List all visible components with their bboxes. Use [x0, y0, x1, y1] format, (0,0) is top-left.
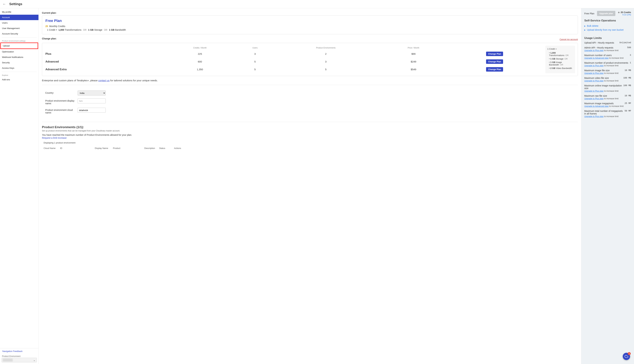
rp-credits-count: 25 Credits [621, 11, 631, 14]
plans-header: Price / Month [380, 46, 447, 50]
usage-limit-label: Maximum raw file size [584, 94, 624, 97]
sidebar-item-users[interactable]: Users [0, 20, 39, 26]
plan-cell-credits: 600 [162, 58, 238, 66]
enterprise-post: for tailored solutions for your unique n… [110, 79, 158, 82]
sidebar-item-upload[interactable]: Upload [0, 42, 38, 49]
cloud-name-input[interactable] [78, 108, 106, 113]
plan-row: Advanced60053$249Change Plan [45, 58, 542, 66]
pe-col-header: Display Name [95, 147, 113, 150]
sidebar-item-my-profile[interactable]: My profile [0, 9, 39, 15]
upgrade-link[interactable]: Upgrade to Plus plan [584, 49, 604, 52]
product-environments-subtitle: Set up product environments that can be … [42, 130, 578, 132]
or-separator: OR [83, 28, 87, 31]
chat-fab[interactable]: 1 [623, 353, 630, 360]
cancel-account-link[interactable]: Cancel my account [559, 38, 578, 40]
upgrade-link[interactable]: Upgrade to Advanced plan [584, 105, 608, 107]
credit-equivalence-box: 1 Credit = • 1,000 TransformationsOR• 1 … [545, 46, 575, 73]
plan-credits-text: Monthly Credits [49, 25, 65, 28]
plan-cell-name: Advanced Extra [45, 66, 162, 73]
pe-col-header: Product [113, 147, 144, 150]
display-name-input[interactable] [78, 98, 106, 104]
change-plan-button[interactable]: Change Plan [486, 52, 503, 56]
usage-limit-label: Maximum number of users [584, 54, 630, 56]
plan-row: Plus22532$99Change Plan [45, 50, 542, 58]
pe-col-header: Description [144, 147, 159, 150]
usage-limit-value: 100 MB [623, 84, 631, 87]
sidebar-item-account-security[interactable]: Account Security [0, 31, 39, 36]
sidebar-item-access-keys[interactable]: Access Keys [0, 65, 39, 71]
usage-limit-value: 10 MB [624, 69, 631, 72]
usage-limit-value: 3 [630, 54, 631, 56]
usage-limit-item: Maximum total number of megapixels in al… [584, 110, 631, 118]
change-plan-label: Change plan: [42, 37, 57, 40]
page-title: Settings [9, 2, 22, 6]
self-service-link[interactable]: ▶Upload directly from my own bucket [584, 28, 631, 32]
triangle-icon: ▶ [584, 29, 586, 31]
pe-col-header: Actions [174, 147, 181, 150]
pe-col-header: ID [60, 147, 95, 150]
rp-credits-usage[interactable]: 0.22 (1%) [618, 14, 631, 16]
change-plan-button[interactable]: Change Plan [486, 67, 503, 72]
self-service-link[interactable]: ▶Bulk delete [584, 24, 631, 28]
self-service-header: Self-Service Operations [584, 19, 631, 22]
upgrade-link[interactable]: Upgrade to Advanced plan [584, 57, 608, 59]
plan-cell-users: 5 [238, 58, 272, 66]
plan-cell-envs: 2 [272, 50, 380, 58]
usage-limit-label: Upload API - Hourly requests [584, 42, 619, 44]
upgrade-plan-button[interactable]: Upgrade plan [597, 11, 615, 16]
plan-cell-users: 3 [238, 50, 272, 58]
sidebar-item-add-ons[interactable]: Add-ons [0, 77, 39, 82]
credit-equiv-row: • 2 GB Video Bandwidth [547, 66, 573, 70]
plan-cell-price: $249 [380, 58, 447, 66]
transformations-label: Transformations [65, 28, 82, 31]
plan-name: Free Plan [45, 19, 574, 23]
sidebar-item-webhook-notifications[interactable]: Webhook Notifications [0, 54, 39, 60]
upgrade-link[interactable]: Upgrade to Plus plan [584, 98, 604, 100]
usage-limit-item: Maximum online image manipulation size10… [584, 84, 631, 92]
country-select[interactable]: India [78, 90, 106, 96]
back-icon[interactable]: ← [3, 2, 6, 6]
bandwidth-label: Bandwidth [115, 28, 126, 31]
navigation-feedback-link[interactable]: Navigation Feedback [0, 348, 39, 354]
contact-us-link[interactable]: contact us [98, 79, 110, 82]
sidebar-item-security[interactable]: Security [0, 60, 39, 65]
usage-limit-item: Maximum raw file size10 MBUpgrade to Plu… [584, 94, 631, 100]
plan-cell-users: 5 [238, 66, 272, 73]
display-name-label: Product environment display name: [45, 98, 78, 105]
plans-table: Credits / MonthUsersProduct Environments… [45, 46, 542, 73]
or-separator: OR [104, 28, 107, 31]
rp-plan-label: Free Plan [584, 12, 594, 15]
product-environment-select[interactable] [2, 358, 37, 362]
upgrade-link[interactable]: Upgrade to Plus plan [584, 64, 604, 67]
usage-limit-item: Maximum image megapixels25 MPUpgrade to … [584, 102, 631, 107]
credit-equiv-row: • 1 GB StorageOR [547, 57, 573, 60]
usage-limit-value: 50 MP [624, 110, 631, 112]
sidebar-item-account[interactable]: Account [0, 15, 39, 20]
sidebar-item-user-management[interactable]: User Management [0, 26, 39, 31]
usage-limit-label: Maximum image megapixels [584, 102, 624, 105]
sidebar-section-explore: Explore [0, 73, 39, 77]
credit-equiv-row: • 1 GB Image BandwidthOR [547, 60, 573, 66]
usage-limit-value: 100 MB [623, 77, 631, 79]
plans-header [447, 46, 542, 50]
credit-box-head: 1 Credit = [547, 48, 573, 50]
plans-header: Product Environments [272, 46, 380, 50]
request-limit-increase-link[interactable]: Request a limit increase [42, 136, 67, 139]
upgrade-link[interactable]: Upgrade to Plus plan [584, 80, 604, 82]
usage-limit-label: Maximum image file size [584, 69, 624, 72]
pe-col-header: Cloud Name [44, 147, 60, 150]
upgrade-link[interactable]: Upgrade to Plus plan [584, 90, 604, 92]
sidebar-item-optimization[interactable]: Optimization [0, 49, 39, 54]
upgrade-link[interactable]: Upgrade to Plus plan [584, 115, 604, 118]
plans-header [45, 46, 162, 50]
plan-credits-number: 25 [45, 25, 48, 28]
upgrade-link[interactable]: Upgrade to Plus plan [584, 72, 604, 74]
plan-cell-price: $549 [380, 66, 447, 73]
pe-table-header: Cloud NameIDDisplay NameProductDescripti… [42, 146, 578, 150]
current-plan-label: Current plan: [42, 12, 578, 14]
change-plan-button[interactable]: Change Plan [486, 59, 503, 64]
current-plan-box: Free Plan 25 Monthly Credits 1 Credit = … [42, 16, 578, 34]
plan-cell-envs: 5 [272, 66, 380, 73]
plan-row: Advanced Extra1,35055$549Change Plan [45, 66, 542, 73]
usage-limit-label: Maximum number of product environments [584, 62, 630, 64]
